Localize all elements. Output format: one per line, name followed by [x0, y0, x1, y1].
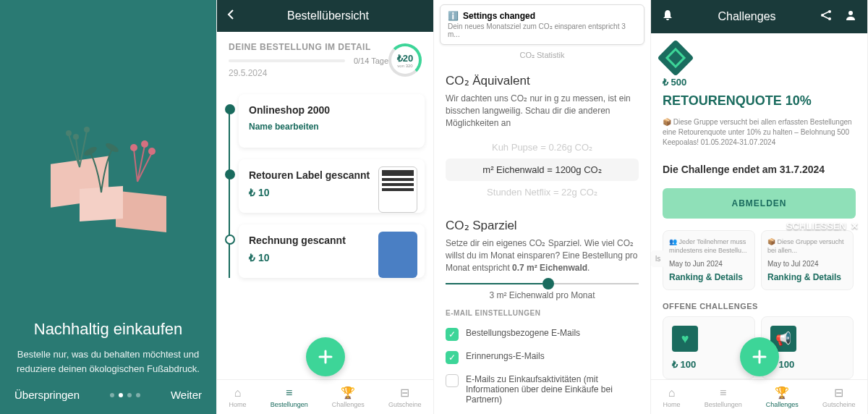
- onboarding-screen: Nachhaltig einkaufen Bestelle nur, was d…: [0, 0, 217, 414]
- goal-desc: Setze dir ein eigenes CO₂ Sparziel. Wie …: [446, 237, 639, 274]
- section-divider: CO₂ Statistik: [434, 51, 650, 60]
- tab-icon: ⊟: [400, 386, 409, 400]
- plants-boxes-illustration: [29, 80, 188, 240]
- ranking-details-link[interactable]: Ranking & Details: [669, 272, 749, 282]
- tab-label: Gutscheine: [388, 401, 422, 408]
- tab-label: Home: [663, 401, 681, 408]
- svg-point-4: [84, 127, 90, 132]
- checkbox-label: E-Mails zu Einkaufsaktivitäten (mit Info…: [466, 374, 639, 405]
- checkbox-row[interactable]: ✓Bestellungsbezogene E-Mails: [446, 323, 639, 346]
- checkbox-row[interactable]: E-Mails zu Einkaufsaktivitäten (mit Info…: [446, 369, 639, 410]
- challenge-card[interactable]: 📦 Diese Gruppe versucht bei allen...May …: [761, 230, 854, 290]
- svg-point-9: [82, 145, 98, 158]
- ranking-details-link[interactable]: Ranking & Details: [767, 272, 847, 282]
- slider-thumb[interactable]: [542, 278, 554, 290]
- tab-bar: ⌂Home≡Bestellungen🏆Challenges⊟Gutscheine: [651, 379, 867, 414]
- goal-slider[interactable]: [446, 283, 639, 284]
- ring-max: von 320: [397, 64, 412, 68]
- close-button[interactable]: SCHLIESSEN ✕: [786, 221, 859, 232]
- card-title: Onlineshop 2000: [249, 104, 414, 116]
- card-desc: 👥 Jeder Teilnehmer muss mindestens eine …: [669, 238, 749, 255]
- goal-section: CO₂ Sparziel Setze dir ein eigenes CO₂ S…: [434, 211, 650, 414]
- points-ring: ₺20 von 320: [388, 43, 422, 77]
- svg-point-3: [73, 134, 79, 140]
- checkbox-row[interactable]: ✓Erinnerungs-E-Mails: [446, 346, 639, 369]
- equivalent-option[interactable]: Kuh Pupse = 0.26g CO₂: [446, 136, 639, 159]
- timeline-card-invoice[interactable]: Rechnung gescannt ₺ 10: [239, 224, 425, 278]
- tab-label: Bestellungen: [705, 401, 742, 408]
- open-challenges-label: OFFENE CHALLENGES: [663, 302, 856, 310]
- checkbox[interactable]: ✓: [446, 328, 459, 341]
- svg-point-5: [66, 130, 72, 136]
- email-section-label: E-MAIL EINSTELLUNGEN: [446, 309, 639, 317]
- share-icon[interactable]: [820, 9, 833, 25]
- tab-icon: ≡: [286, 386, 292, 400]
- bell-icon[interactable]: [661, 9, 674, 25]
- skip-button[interactable]: Überspringen: [14, 389, 80, 401]
- challenge-points: ₺ 100: [672, 359, 696, 370]
- order-timeline: Onlineshop 2000 Name bearbeiten Retouren…: [217, 84, 433, 278]
- tab-challenges[interactable]: 🏆Challenges: [332, 386, 365, 408]
- tab-icon: 🏆: [341, 386, 355, 400]
- card-date: May to Jun 2024: [669, 260, 749, 268]
- order-overview-screen: Bestellübersicht DEINE BESTELLUNG IM DET…: [217, 0, 434, 414]
- checkbox[interactable]: [446, 374, 459, 387]
- settings-screen: ℹ️ Settings changed Dein neues Monatszie…: [434, 0, 651, 414]
- challenges-screen: Challenges ₺ 500 RETOURENQUOTE 10% 📦 Die…: [651, 0, 868, 414]
- equivalent-option[interactable]: m² Eichenwald = 1200g CO₂: [446, 159, 639, 181]
- challenge-card[interactable]: 👥 Jeder Teilnehmer muss mindestens eine …: [663, 230, 755, 290]
- checkbox[interactable]: ✓: [446, 351, 459, 364]
- tab-bar: ⌂Home≡Bestellungen🏆Challenges⊟Gutscheine: [217, 379, 433, 414]
- tab-icon: ≡: [720, 386, 726, 400]
- next-button[interactable]: Weiter: [171, 389, 202, 401]
- header: Challenges: [651, 0, 867, 33]
- profile-icon[interactable]: [844, 9, 857, 25]
- horizontal-cards[interactable]: 👥 Jeder Teilnehmer muss mindestens eine …: [663, 230, 856, 290]
- tab-challenges[interactable]: 🏆Challenges: [766, 386, 799, 408]
- challenge-ends-label: Die Challenge endet am 31.7.2024: [663, 164, 856, 175]
- tab-icon: ⊟: [834, 386, 843, 400]
- onboarding-text: Nachhaltig einkaufen Bestelle nur, was d…: [0, 320, 216, 376]
- timeline-card-return-label[interactable]: Retouren Label gescannt ₺ 10: [239, 159, 425, 213]
- tab-home[interactable]: ⌂Home: [229, 386, 247, 408]
- tab-home[interactable]: ⌂Home: [663, 386, 681, 408]
- add-fab-button[interactable]: [740, 337, 779, 376]
- settings-toast[interactable]: ℹ️ Settings changed Dein neues Monatszie…: [440, 4, 644, 45]
- card-date: May to Jul 2024: [767, 260, 847, 268]
- checkbox-label: Erinnerungs-E-Mails: [466, 351, 545, 361]
- tab-gutscheine[interactable]: ⊟Gutscheine: [822, 386, 856, 408]
- onboarding-subtitle: Bestelle nur, was du behalten möchtest u…: [14, 347, 202, 376]
- tab-label: Home: [229, 401, 247, 408]
- svg-point-7: [141, 140, 148, 148]
- challenge-title: RETOURENQUOTE 10%: [663, 93, 856, 109]
- edit-name-link[interactable]: Name bearbeiten: [249, 122, 414, 132]
- partial-ls-text: ls: [651, 250, 665, 267]
- goal-title: CO₂ Sparziel: [446, 218, 639, 233]
- tab-gutscheine[interactable]: ⊟Gutscheine: [388, 386, 422, 408]
- signoff-button[interactable]: ABMELDEN: [663, 188, 856, 219]
- close-icon: ✕: [851, 221, 859, 232]
- svg-point-8: [148, 148, 156, 155]
- tab-bestellungen[interactable]: ≡Bestellungen: [271, 386, 308, 408]
- tab-bestellungen[interactable]: ≡Bestellungen: [705, 386, 742, 408]
- header-title: Challenges: [718, 10, 775, 23]
- add-fab-button[interactable]: [306, 337, 345, 376]
- challenge-type-icon: ♥: [672, 326, 698, 352]
- order-date: 29.5.2024: [229, 68, 388, 78]
- tab-label: Gutscheine: [822, 401, 856, 408]
- onboarding-nav: Überspringen Weiter: [0, 376, 216, 414]
- equivalent-desc: Wir dachten uns CO₂ nur in g zu messen, …: [446, 93, 639, 129]
- checkbox-row[interactable]: Newsletter? (100 extra Keepoalas): [446, 410, 639, 414]
- header: Bestellübersicht: [217, 0, 433, 32]
- timeline-card-shop[interactable]: Onlineshop 2000 Name bearbeiten: [239, 94, 425, 148]
- onboarding-illustration: [0, 0, 216, 320]
- page-dots: [110, 393, 140, 397]
- tab-icon: 🏆: [775, 386, 789, 400]
- checkbox-label: Bestellungsbezogene E-Mails: [466, 328, 580, 338]
- equivalent-option[interactable]: Stunden Netflix = 22g CO₂: [446, 181, 639, 203]
- progress-days: 0/14 Tage: [354, 56, 388, 65]
- challenge-points: ₺ 500: [663, 77, 856, 88]
- progress-bar: [229, 59, 345, 62]
- detail-label: DEINE BESTELLUNG IM DETAIL: [229, 42, 388, 52]
- order-summary: DEINE BESTELLUNG IM DETAIL 0/14 Tage 29.…: [217, 32, 433, 84]
